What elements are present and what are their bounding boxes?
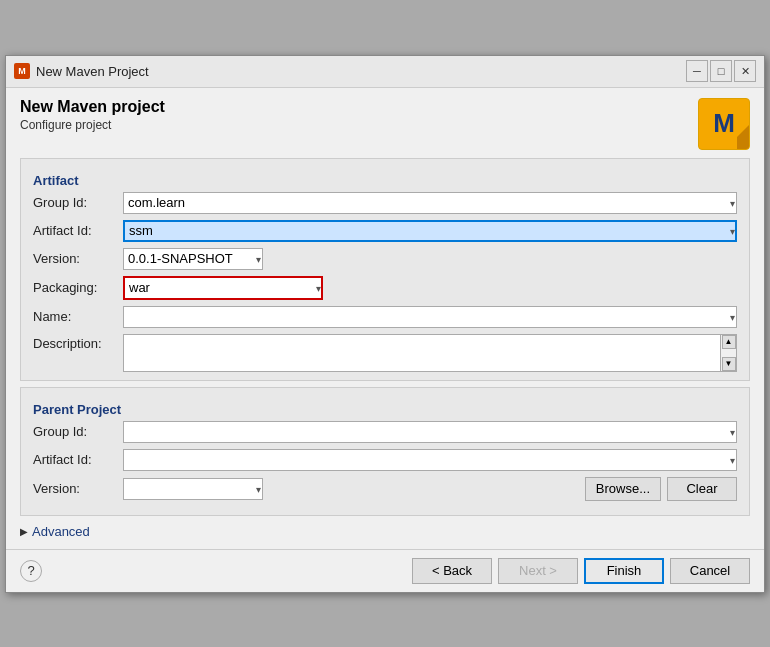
packaging-select[interactable]: jar war pom ear	[123, 276, 323, 300]
parent-artifact-id-input[interactable]	[123, 449, 737, 471]
title-bar: M New Maven Project ─ □ ✕	[6, 56, 764, 88]
advanced-label: Advanced	[32, 524, 90, 539]
packaging-row: Packaging: jar war pom ear ▾	[33, 276, 737, 300]
advanced-row[interactable]: ▶ Advanced	[20, 524, 750, 539]
description-wrapper: ▲ ▼	[123, 334, 737, 372]
parent-version-row: Version: ▾ Browse... Clear	[33, 477, 737, 501]
next-button[interactable]: Next >	[498, 558, 578, 584]
footer: ? < Back Next > Finish Cancel	[6, 549, 764, 592]
parent-group-id-row: Group Id: ▾	[33, 421, 737, 443]
artifact-section: Artifact Group Id: ▾ Artifact Id: ▾ Ver	[20, 158, 750, 381]
header-text: New Maven project Configure project	[20, 98, 698, 132]
description-row: Description: ▲ ▼	[33, 334, 737, 372]
parent-artifact-id-row: Artifact Id: ▾	[33, 449, 737, 471]
group-id-row: Group Id: ▾	[33, 192, 737, 214]
version-select[interactable]: 0.0.1-SNAPSHOT 1.0-SNAPSHOT 1.0.0	[123, 248, 263, 270]
app-icon-letter: M	[18, 66, 26, 76]
description-input[interactable]	[123, 334, 721, 372]
artifact-id-label: Artifact Id:	[33, 223, 123, 238]
version-row: Version: 0.0.1-SNAPSHOT 1.0-SNAPSHOT 1.0…	[33, 248, 737, 270]
name-input[interactable]	[123, 306, 737, 328]
parent-project-section: Parent Project Group Id: ▾ Artifact Id: …	[20, 387, 750, 516]
name-label: Name:	[33, 309, 123, 324]
title-bar-text: New Maven Project	[36, 64, 686, 79]
header-subtitle: Configure project	[20, 118, 698, 132]
advanced-triangle: ▶	[20, 526, 28, 537]
maven-logo: M	[698, 98, 750, 150]
parent-project-label: Parent Project	[33, 402, 737, 417]
scroll-up-button[interactable]: ▲	[722, 335, 736, 349]
artifact-id-row: Artifact Id: ▾	[33, 220, 737, 242]
content: Artifact Group Id: ▾ Artifact Id: ▾ Ver	[6, 158, 764, 549]
packaging-select-wrapper: jar war pom ear ▾	[123, 276, 323, 300]
help-button[interactable]: ?	[20, 560, 42, 582]
maximize-button[interactable]: □	[710, 60, 732, 82]
parent-group-id-input[interactable]	[123, 421, 737, 443]
parent-group-id-label: Group Id:	[33, 424, 123, 439]
group-id-input[interactable]	[123, 192, 737, 214]
title-bar-controls: ─ □ ✕	[686, 60, 756, 82]
artifact-section-label: Artifact	[33, 173, 737, 188]
help-icon: ?	[27, 563, 34, 578]
minimize-button[interactable]: ─	[686, 60, 708, 82]
packaging-label: Packaging:	[33, 280, 123, 295]
dialog: M New Maven Project ─ □ ✕ New Maven proj…	[5, 55, 765, 593]
header-title: New Maven project	[20, 98, 698, 116]
parent-artifact-id-label: Artifact Id:	[33, 452, 123, 467]
version-label: Version:	[33, 251, 123, 266]
group-id-label: Group Id:	[33, 195, 123, 210]
browse-button[interactable]: Browse...	[585, 477, 661, 501]
close-button[interactable]: ✕	[734, 60, 756, 82]
logo-letter: M	[713, 108, 735, 139]
back-button[interactable]: < Back	[412, 558, 492, 584]
clear-button[interactable]: Clear	[667, 477, 737, 501]
header: New Maven project Configure project M	[6, 88, 764, 158]
artifact-id-input[interactable]	[123, 220, 737, 242]
parent-version-select[interactable]	[123, 478, 263, 500]
parent-version-wrapper: ▾	[123, 478, 263, 500]
name-row: Name: ▾	[33, 306, 737, 328]
description-scrollbar: ▲ ▼	[721, 334, 737, 372]
finish-button[interactable]: Finish	[584, 558, 664, 584]
scroll-down-button[interactable]: ▼	[722, 357, 736, 371]
app-icon: M	[14, 63, 30, 79]
cancel-button[interactable]: Cancel	[670, 558, 750, 584]
footer-buttons: < Back Next > Finish Cancel	[42, 558, 750, 584]
description-label: Description:	[33, 336, 123, 351]
parent-version-label: Version:	[33, 481, 123, 496]
version-select-wrapper: 0.0.1-SNAPSHOT 1.0-SNAPSHOT 1.0.0 ▾	[123, 248, 263, 270]
